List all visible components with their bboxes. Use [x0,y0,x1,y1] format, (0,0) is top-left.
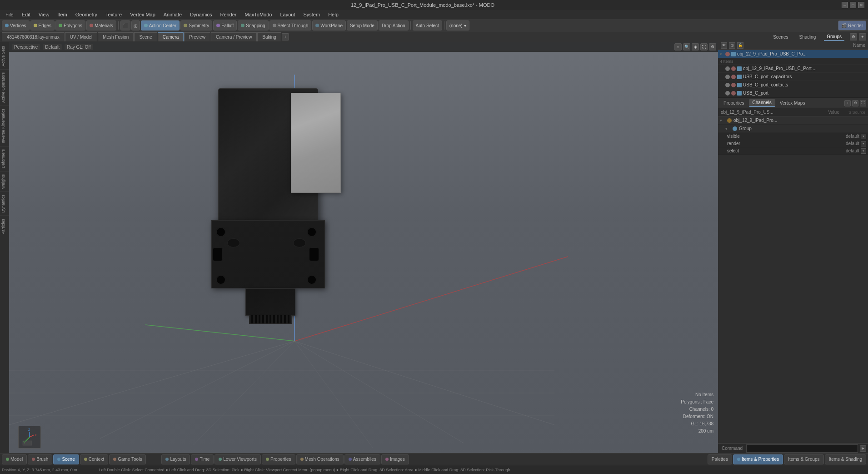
bt-tab-scene[interactable]: Scene [53,454,79,464]
close-button[interactable]: ✕ [858,2,864,8]
bt-tab-palettes[interactable]: Palettes [708,454,732,464]
tab-camera[interactable]: Camera [158,32,184,41]
bt-tab-images[interactable]: Images [381,454,409,464]
command-submit-btn[interactable]: ▶ [860,445,866,452]
ch-select-value[interactable]: default [828,148,859,153]
ch-render-value[interactable]: default [828,141,859,146]
ch-expand-btn[interactable]: ⛶ [860,100,866,106]
menu-render[interactable]: Render [216,11,240,18]
menu-view[interactable]: View [35,11,53,18]
bt-tab-items-groups[interactable]: Items & Groups [784,454,823,464]
ch-render-dropdown[interactable]: ▾ [861,141,866,146]
tree-root-item[interactable]: ▾ obj_12_9_iPad_Pro_USB_C_Po... [718,50,868,58]
tree-child-1[interactable]: obj_12_9_iPad_Pro_USB_C_Port ... [718,65,868,73]
toolbar-select-through-btn[interactable]: Select Through [269,20,312,30]
tree-child-4[interactable]: USB_C_port [718,89,868,97]
menu-dynamics[interactable]: Dynamics [186,11,215,18]
ch-visible-dropdown[interactable]: ▾ [861,134,866,139]
menu-layout[interactable]: Layout [276,11,299,18]
menu-geometry[interactable]: Geometry [72,11,101,18]
ch-select-dropdown[interactable]: ▾ [861,148,866,154]
menu-system[interactable]: System [299,11,324,18]
viewport-projection-label[interactable]: Perspective [12,44,40,50]
sidebar-active-operators[interactable]: Active Operators [0,69,9,106]
toolbar-vertices-btn[interactable]: Vertices [2,20,30,30]
sidebar-deformers[interactable]: Deformers [0,146,9,171]
ch-tab-channels[interactable]: Channels [749,99,775,107]
menu-item[interactable]: Item [54,11,70,18]
toolbar-render-btn[interactable]: 🎬 Render [838,20,866,30]
viewport[interactable]: Perspective Default Ray GL: Off ⌂ 🔍 ◈ ⛶ … [9,42,718,453]
viewport-fit-btn[interactable]: ◈ [692,43,699,50]
toolbar-setup-mode-btn[interactable]: Setup Mode [347,20,378,30]
tree-eye-icon[interactable]: 👁 [721,42,727,49]
scene-canvas[interactable]: No Items Polygons : Face Channels: 0 Def… [9,52,718,453]
tree-child-2[interactable]: USB_C_port_capacitors [718,73,868,81]
sidebar-particles[interactable]: Particles [0,216,9,237]
ch-settings-btn[interactable]: ⚙ [852,100,858,106]
menu-animate[interactable]: Animate [160,11,185,18]
sidebar-weights[interactable]: Weights [0,171,9,192]
bt-tab-mesh-ops[interactable]: Mesh Operations [296,454,344,464]
bt-tab-brush[interactable]: Brush [28,454,52,464]
tab-lay-unmax[interactable]: 481467800318:lay-unmax [2,32,65,41]
toolbar-snapping-btn[interactable]: Snapping [238,20,268,30]
menu-help[interactable]: Help [324,11,342,18]
bt-tab-time[interactable]: Time [191,454,214,464]
viewport-shading-label[interactable]: Default [43,44,62,50]
minimize-button[interactable]: ─ [842,2,848,8]
sidebar-inverse-kinematics[interactable]: Inverse Kinematics [0,106,9,146]
ch-tab-properties[interactable]: Properties [720,100,748,106]
bt-tab-model[interactable]: Model [2,454,27,464]
menu-file[interactable]: File [2,11,17,18]
viewport-zoom-btn[interactable]: 🔍 [683,43,690,50]
ch-tab-vertex-maps[interactable]: Vertex Maps [776,100,809,106]
toolbar-falloff-btn[interactable]: Falloff [213,20,237,30]
bt-tab-items-properties[interactable]: Items & Properties [733,454,783,464]
tree-child-3[interactable]: USB_C_port_contacts [718,81,868,89]
toolbar-auto-select-btn[interactable]: Auto Select [413,20,442,30]
tab-camera-preview[interactable]: Camera / Preview [211,32,257,41]
bt-tab-assemblies[interactable]: Assemblies [344,454,380,464]
bt-tab-game-tools[interactable]: Game Tools [109,454,146,464]
toolbar-action-center-btn[interactable]: Action Center [141,20,180,30]
ch-group-row-2[interactable]: ▾ Group [718,125,868,133]
viewport-home-btn[interactable]: ⌂ [674,43,682,50]
maximize-button[interactable]: □ [850,2,856,8]
menu-maxtomodo[interactable]: MaxToModo [241,11,276,18]
bt-tab-lower-viewports[interactable]: Lower Viewports [215,454,261,464]
toolbar-drop-action-btn[interactable]: Drop Action [379,20,409,30]
top-tab-scenes[interactable]: Scenes [770,34,791,40]
tree-lock-icon[interactable]: 🔒 [737,42,743,49]
viewport-raygl-label[interactable]: Ray GL: Off [65,44,93,50]
tab-baking[interactable]: Baking [257,32,281,41]
toolbar-polygons-btn[interactable]: Polygons [55,20,85,30]
tab-bar-icon-1[interactable]: ⚙ [850,33,857,40]
ch-add-btn[interactable]: + [844,100,851,106]
viewport-fullscreen-btn[interactable]: ⛶ [700,43,708,50]
tab-uv-model[interactable]: UV / Model [65,32,97,41]
tree-render-icon[interactable]: ◎ [729,42,735,49]
toolbar-edges-btn[interactable]: Edges [30,20,55,30]
toolbar-icon-2[interactable]: ◎ [131,20,140,30]
sidebar-dynamics[interactable]: Dynamics [0,192,9,216]
command-input[interactable] [746,444,858,453]
toolbar-materials-btn[interactable]: Materials [86,20,116,30]
tab-preview[interactable]: Preview [184,32,210,41]
menu-vertex-map[interactable]: Vertex Map [126,11,159,18]
menu-edit[interactable]: Edit [18,11,34,18]
menu-texture[interactable]: Texture [102,11,125,18]
toolbar-icon-1[interactable]: ⬛ [120,20,130,30]
sidebar-active-sets[interactable]: Active Sets [0,43,9,69]
bt-tab-items-shading[interactable]: Items & Shading [825,454,866,464]
bt-tab-layouts[interactable]: Layouts [161,454,190,464]
top-tab-shading[interactable]: Shading [797,34,819,40]
tab-bar-icon-2[interactable]: + [859,33,866,40]
bt-tab-context[interactable]: Context [80,454,108,464]
ch-visible-value[interactable]: default [828,134,859,139]
top-tab-groups[interactable]: Groups [824,33,844,41]
tab-mesh-fusion[interactable]: Mesh Fusion [98,32,134,41]
toolbar-symmetry-btn[interactable]: Symmetry [180,20,212,30]
toolbar-workplane-btn[interactable]: WorkPlane [312,20,346,30]
toolbar-none-btn[interactable]: (none) ▾ [446,20,469,30]
